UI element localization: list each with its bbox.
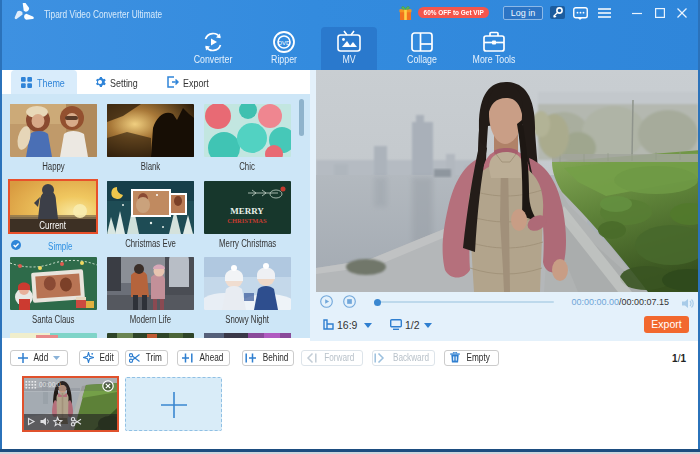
svg-text:MERRY: MERRY <box>230 206 264 216</box>
svg-text:00:00:0: 00:00:0 <box>39 381 61 388</box>
svg-text:CHRISTMAS: CHRISTMAS <box>227 217 267 224</box>
svg-text:DVD: DVD <box>278 40 291 46</box>
